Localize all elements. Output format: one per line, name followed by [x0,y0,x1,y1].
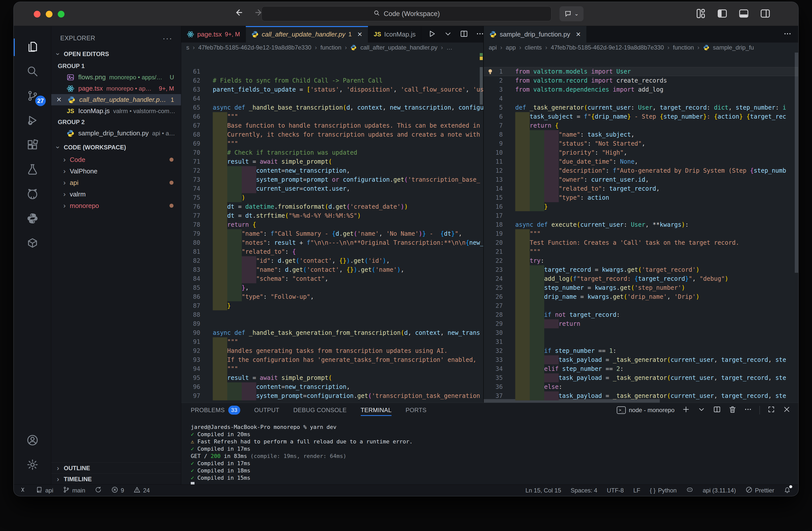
status-language-mode[interactable]: { }Python [650,487,677,494]
status-remote-indicator[interactable] [19,486,26,495]
open-editors-section[interactable]: ›OPEN EDITORS [51,47,181,60]
line-number: 9 [484,139,503,148]
folder-valphone[interactable]: ›ValPhone [51,165,181,177]
code-editor-left[interactable]: 6162# Fields to sync from Child Call -> … [181,53,483,403]
tab-sample_drip_function.py[interactable]: sample_drip_function.py✕ [484,26,587,43]
code-line: 82 "id": d.get('contact', {}).get('id'), [181,256,483,265]
activity-search[interactable] [14,59,51,84]
copilot-chat-button[interactable]: ⌄ [560,6,583,21]
open-editor-item[interactable]: JSIconMap.jsvalrm • valstorm-com… [51,106,181,116]
explorer-more-actions-icon[interactable]: ··· [162,33,173,43]
close-icon[interactable]: ✕ [357,31,362,38]
open-editor-item[interactable]: flows.pngmonorepo • apps/…U [51,72,181,83]
section-timeline[interactable]: ›TIMELINE [51,473,181,485]
more-actions-icon[interactable] [783,29,792,39]
tab-IconMap.js[interactable]: JSIconMap.js [368,26,421,43]
breadcrumb-item[interactable]: … [447,44,452,51]
breadcrumb-item[interactable]: s [186,44,189,51]
activity-source-control[interactable]: 27 [14,84,51,109]
breadcrumb-item[interactable]: sample_drip_fu [713,44,754,51]
panel-tab-debug-console[interactable]: DEBUG CONSOLE [293,403,347,417]
folder-valrm[interactable]: ›valrm [51,188,181,200]
activity-run-debug[interactable] [14,109,51,133]
breadcrumb-item[interactable]: 47feb7bb-5185-462d-9e12-19a8d8b7e330 [198,44,311,51]
indent-guide [515,337,530,346]
breadcrumb-item[interactable]: function [320,44,341,51]
status-indentation[interactable]: Spaces: 4 [570,487,597,494]
terminal-session[interactable]: >_node - monorepo [617,406,675,414]
new-terminal-icon[interactable] [682,405,690,415]
breadcrumb-item[interactable]: api [489,44,497,51]
section-outline[interactable]: ›OUTLINE [51,462,181,473]
breadcrumb-item[interactable]: clients [525,44,542,51]
status-warning-count[interactable]: 24 [133,486,150,495]
status-encoding[interactable]: UTF-8 [607,487,624,494]
terminal[interactable]: jared@Jareds-MacBook-Pro monorepo % yarn… [181,417,798,485]
run-python-file-icon[interactable] [428,29,436,39]
status-eol[interactable]: LF [633,487,640,494]
breadcrumb-item[interactable]: 47feb7bb-5185-462d-9e12-19a8d8b7e330 [551,44,664,51]
chevron-down-icon: ⌄ [574,11,579,17]
status-git-sync[interactable] [95,486,102,495]
status-git-branch[interactable]: main [63,486,85,495]
code-line: 7 return { [484,121,798,130]
code-editor-right[interactable]: 1from valstorm.models import User2from v… [484,53,798,403]
panel-tab-output[interactable]: OUTPUT [254,403,279,417]
activity-github[interactable] [14,182,51,207]
status-project-api[interactable]: api [36,486,53,495]
terminal-dropdown-icon[interactable] [697,405,706,415]
folder-code[interactable]: ›Code [51,154,181,165]
command-center-search[interactable]: Code (Workspace) [261,6,551,21]
code-line: 17 [484,211,798,220]
close-icon[interactable]: ✕ [576,31,581,38]
tab-label: page.tsx [197,30,222,38]
close-panel-icon[interactable] [783,405,791,415]
more-actions-icon[interactable] [744,405,752,415]
minimize-window-button[interactable] [46,11,53,17]
tab-page.tsx[interactable]: page.tsx9+, M [181,26,246,43]
status-notifications[interactable] [784,486,791,495]
activity-python[interactable] [14,207,51,231]
folder-monorepo[interactable]: ›monorepo [51,200,181,211]
panel-tab-terminal[interactable]: TERMINAL [361,403,392,417]
tab-call_after_update_handler.py[interactable]: call_after_update_handler.py1✕ [246,26,368,43]
zoom-window-button[interactable] [58,11,64,17]
panel-tab-problems[interactable]: PROBLEMS33 [191,403,240,417]
open-editor-item[interactable]: ✕call_after_update_handler.p…1 [51,94,181,106]
status-copilot[interactable] [686,486,693,495]
activity-settings[interactable] [14,453,51,477]
kill-terminal-icon[interactable] [728,405,737,415]
breadcrumb-item[interactable]: app [506,44,516,51]
back-icon[interactable] [234,8,244,20]
more-actions-icon[interactable] [476,29,484,39]
split-terminal-icon[interactable] [713,405,721,415]
line-number: 20 [484,238,503,247]
panel-tab-ports[interactable]: PORTS [406,403,426,417]
close-window-button[interactable] [34,11,41,17]
customize-layout-icon[interactable] [695,8,706,20]
status-cursor-position[interactable]: Ln 15, Col 15 [525,487,561,494]
activity-accounts[interactable] [14,429,51,453]
status-python-interpreter[interactable]: api (3.11.14) [703,487,736,494]
toggle-primary-sidebar-icon[interactable] [717,8,728,20]
status-error-count[interactable]: 9 [111,486,124,495]
accounts-icon [27,434,39,447]
activity-extensions[interactable] [14,133,51,158]
activity-containers[interactable] [14,231,51,256]
toggle-panel-icon[interactable] [738,8,749,20]
run-dropdown-icon[interactable] [444,29,452,39]
activity-explorer[interactable] [14,35,51,59]
breadcrumb-item[interactable]: function [673,44,694,51]
workspace-section[interactable]: ›CODE (WORKSPACE) [51,141,181,154]
open-editor-item[interactable]: sample_drip_function.pyapi • a… [51,128,181,139]
split-editor-icon[interactable] [460,29,468,39]
open-editor-item[interactable]: page.tsxmonorepo • ap…9+, M [51,83,181,94]
close-icon[interactable]: ✕ [56,96,64,103]
activity-testing[interactable] [14,158,51,182]
toggle-secondary-sidebar-icon[interactable] [760,8,771,20]
breadcrumb-item[interactable]: call_after_update_handler.py [360,44,437,51]
code-line: 67 Base function to handle transcription… [181,121,483,130]
maximize-panel-icon[interactable] [767,405,775,415]
status-prettier[interactable]: Prettier [745,486,774,495]
folder-api[interactable]: ›api [51,177,181,188]
